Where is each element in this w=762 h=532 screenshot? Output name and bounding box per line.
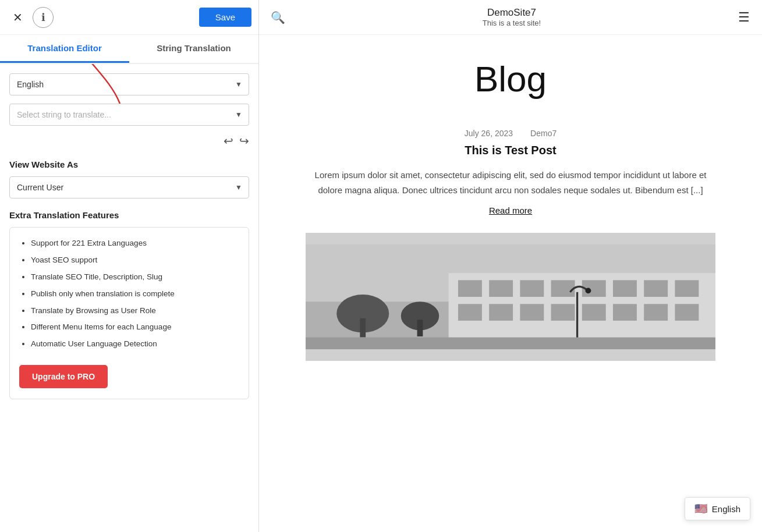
lang-badge-label: English <box>712 504 740 514</box>
svg-rect-18 <box>520 304 544 321</box>
view-website-as-section: View Website As Current User Guest Admin… <box>9 159 249 198</box>
list-item: Support for 221 Extra Languages <box>31 238 239 249</box>
language-dropdown-wrap: English French Spanish ▼ <box>9 73 249 95</box>
left-panel: ✕ ℹ Save Translation Editor String Trans… <box>0 0 259 532</box>
search-icon[interactable]: 🔍 <box>271 10 285 24</box>
svg-rect-20 <box>582 304 606 321</box>
undo-redo-bar: ↩ ↪ <box>9 134 249 148</box>
site-name: DemoSite7 <box>285 7 738 19</box>
post-meta: July 26, 2023 Demo7 <box>306 129 715 138</box>
svg-rect-13 <box>613 280 637 297</box>
svg-rect-4 <box>360 318 366 338</box>
site-info: DemoSite7 This is a test site! <box>285 7 738 27</box>
post-body: Lorem ipsum dolor sit amet, consectetur … <box>307 168 714 197</box>
top-bar: ✕ ℹ Save <box>0 0 258 35</box>
svg-rect-17 <box>489 304 513 321</box>
list-item: Publish only when translation is complet… <box>31 289 239 300</box>
post-author: Demo7 <box>530 129 557 138</box>
read-more-link[interactable]: Read more <box>306 205 715 215</box>
svg-rect-21 <box>613 304 637 321</box>
string-dropdown[interactable]: Select string to translate... <box>9 104 249 126</box>
svg-rect-23 <box>675 304 699 321</box>
panel-body: English French Spanish ▼ Select string t… <box>0 64 258 532</box>
svg-rect-22 <box>644 304 668 321</box>
view-as-label: View Website As <box>9 159 249 169</box>
save-button[interactable]: Save <box>199 8 251 27</box>
preview-topbar: 🔍 DemoSite7 This is a test site! ☰ <box>259 0 762 35</box>
list-item: Automatic User Language Detection <box>31 339 239 350</box>
features-box: Support for 221 Extra Languages Yoast SE… <box>9 227 249 399</box>
upgrade-button[interactable]: Upgrade to PRO <box>19 365 108 388</box>
svg-rect-24 <box>576 292 578 340</box>
svg-rect-8 <box>458 280 482 297</box>
svg-rect-10 <box>520 280 544 297</box>
site-tagline: This is a test site! <box>285 19 738 27</box>
language-badge[interactable]: 🇺🇸 English <box>685 497 750 520</box>
svg-rect-19 <box>551 304 575 321</box>
svg-rect-16 <box>458 304 482 321</box>
svg-rect-11 <box>551 280 575 297</box>
svg-rect-9 <box>489 280 513 297</box>
extra-features-section: Extra Translation Features Support for 2… <box>9 210 249 399</box>
blog-title: Blog <box>306 58 715 100</box>
preview-content: Blog July 26, 2023 Demo7 This is Test Po… <box>259 35 762 532</box>
string-dropdown-wrap: Select string to translate... ▼ <box>9 104 249 126</box>
svg-rect-26 <box>306 338 715 349</box>
tab-string-translation[interactable]: String Translation <box>129 35 258 63</box>
info-button[interactable]: ℹ <box>33 7 54 28</box>
features-list: Support for 221 Extra Languages Yoast SE… <box>19 238 239 350</box>
svg-point-25 <box>586 288 591 293</box>
svg-rect-15 <box>675 280 699 297</box>
building-image <box>306 233 715 361</box>
language-dropdown[interactable]: English French Spanish <box>9 73 249 95</box>
right-panel: 🔍 DemoSite7 This is a test site! ☰ Blog … <box>259 0 762 532</box>
undo-button[interactable]: ↩ <box>224 134 233 148</box>
post-title: This is Test Post <box>306 144 715 157</box>
flag-icon: 🇺🇸 <box>694 502 707 515</box>
close-button[interactable]: ✕ <box>7 7 28 28</box>
svg-rect-14 <box>644 280 668 297</box>
building-svg <box>306 233 715 361</box>
post-date: July 26, 2023 <box>465 129 513 138</box>
list-item: Yoast SEO support <box>31 255 239 266</box>
hamburger-menu-icon[interactable]: ☰ <box>738 10 750 25</box>
tab-translation-editor[interactable]: Translation Editor <box>0 35 129 63</box>
svg-rect-6 <box>417 320 423 336</box>
view-as-dropdown[interactable]: Current User Guest Admin <box>9 176 249 198</box>
tabs-bar: Translation Editor String Translation <box>0 35 258 64</box>
list-item: Translate SEO Title, Description, Slug <box>31 272 239 283</box>
list-item: Translate by Browsing as User Role <box>31 306 239 317</box>
extra-features-title: Extra Translation Features <box>9 210 249 220</box>
list-item: Different Menu Items for each Language <box>31 322 239 333</box>
redo-button[interactable]: ↪ <box>239 134 249 148</box>
view-as-dropdown-wrap: Current User Guest Admin ▼ <box>9 176 249 198</box>
